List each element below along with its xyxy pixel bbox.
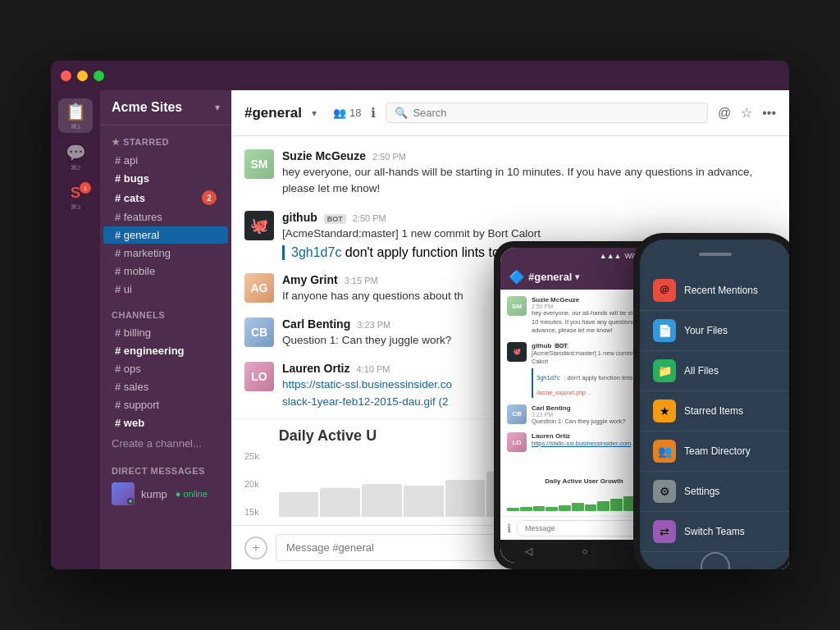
chart-labels: 25k 20k 15k — [244, 451, 266, 517]
android-bar-3 — [546, 507, 558, 511]
channel-bugs[interactable]: # bugs — [103, 170, 228, 187]
channel-ui[interactable]: # ui — [103, 281, 228, 298]
android-commit-link[interactable]: 3gh1d7c — [536, 374, 560, 381]
android-lauren-avatar: LO — [507, 432, 527, 452]
star-icon[interactable]: ☆ — [741, 105, 752, 121]
chart-bar-4 — [445, 480, 486, 517]
android-bar-6 — [585, 504, 597, 511]
app-icon-1-emoji: 📋 — [66, 102, 86, 121]
channel-api[interactable]: # api — [103, 152, 228, 169]
app-icon-2[interactable]: 💬 ⌘2 — [58, 139, 93, 174]
commit-text: don't apply function lints to — [345, 245, 500, 259]
android-github-avatar: 🐙 — [507, 342, 527, 362]
channel-marketing[interactable]: # marketing — [103, 244, 228, 262]
workspace-header[interactable]: Acme Sites ▾ — [100, 90, 231, 126]
chart-label-15k: 15k — [244, 507, 259, 517]
search-input[interactable] — [413, 107, 699, 119]
lauren-link1[interactable]: https://static-ssl.businessinsider.co — [282, 378, 452, 390]
at-icon[interactable]: @ — [718, 106, 731, 121]
more-icon[interactable]: ••• — [762, 106, 776, 121]
app-icons-column: 📋 ⌘1 💬 ⌘2 1 S ⌘3 — [51, 90, 100, 569]
android-channel-chevron: ▾ — [575, 272, 579, 281]
channel-engineering[interactable]: # engineering — [103, 342, 228, 359]
iphone-recent-mentions[interactable]: ＠ Recent Mentions — [640, 271, 789, 311]
chat-channel-title: #general — [244, 105, 302, 121]
carl-author: Carl Benting — [282, 317, 350, 331]
iphone-screen: ＠ Recent Mentions 📄 Your Files 📁 All Fil… — [640, 240, 789, 569]
chat-header: #general ▾ 👥 18 ℹ 🔍 @ ☆ ••• — [231, 90, 789, 136]
app-icon-1[interactable]: 📋 ⌘1 — [58, 98, 93, 133]
android-lauren-link[interactable]: https://static-ssl.businessinsider.com/i… — [532, 440, 638, 447]
starred-section-title: ★ STARRED — [100, 126, 231, 151]
channel-web[interactable]: # web — [103, 414, 228, 431]
android-info-icon: ℹ — [507, 522, 511, 535]
member-count: 👥 18 — [333, 107, 361, 119]
android-bar-4 — [559, 505, 571, 511]
channel-mobile[interactable]: # mobile — [103, 262, 228, 280]
app-icon-3[interactable]: 1 S ⌘3 — [58, 180, 93, 215]
android-commit-file: /acme_support.php — [536, 390, 586, 395]
iphone-settings[interactable]: ⚙ Settings — [640, 472, 789, 512]
close-button[interactable] — [61, 71, 71, 81]
kump-status: ● online — [176, 489, 208, 499]
channel-features[interactable]: # features — [103, 208, 228, 226]
carl-avatar: CB — [244, 317, 274, 347]
dm-kump[interactable]: kump ● online — [100, 479, 231, 509]
info-icon[interactable]: ℹ — [371, 105, 376, 121]
android-bar-1 — [520, 507, 532, 511]
suzie-content: Suzie McGeuze 2:50 PM hey everyone, our … — [282, 149, 776, 198]
suzie-text: hey everyone, our all-hands will be star… — [282, 164, 776, 198]
kump-name: kump — [141, 488, 167, 500]
android-suzie-avatar: SM — [507, 296, 527, 316]
chart-bar-0 — [279, 492, 319, 517]
app-icon-2-emoji: 💬 — [66, 143, 86, 162]
channel-ops[interactable]: # ops — [103, 360, 228, 377]
android-message-input[interactable] — [516, 520, 646, 536]
app-window: 📋 ⌘1 💬 ⌘2 1 S ⌘3 Acme Sites ▾ — [51, 61, 789, 569]
iphone-bottom — [640, 552, 789, 569]
channel-cats[interactable]: # cats 2 — [103, 188, 228, 208]
iphone-team-directory[interactable]: 👥 Team Directory — [640, 431, 789, 472]
maximize-button[interactable] — [94, 71, 104, 81]
search-icon: 🔍 — [395, 107, 408, 119]
chart-label-25k: 25k — [244, 451, 259, 461]
iphone-switch-teams[interactable]: ⇄ Switch Teams — [640, 512, 789, 552]
mentions-label: Recent Mentions — [684, 285, 758, 296]
channel-general[interactable]: # general — [103, 226, 228, 244]
suzie-avatar: SM — [244, 149, 274, 179]
search-box[interactable]: 🔍 — [386, 103, 708, 123]
android-bar-0 — [507, 508, 519, 511]
mentions-icon: ＠ — [653, 279, 676, 302]
minimize-button[interactable] — [77, 71, 88, 81]
iphone-notch — [699, 253, 732, 256]
settings-label: Settings — [684, 486, 719, 497]
amy-time: 3:15 PM — [345, 276, 378, 285]
bot-badge: BOT — [324, 214, 346, 224]
iphone-starred-items[interactable]: ★ Starred Items — [640, 391, 789, 431]
app-icon-3-shortcut: ⌘3 — [71, 203, 80, 211]
android-channel-title: 🔷 #general ▾ — [509, 269, 579, 285]
iphone-your-files[interactable]: 📄 Your Files — [640, 311, 789, 351]
switch-teams-icon: ⇄ — [653, 520, 676, 543]
android-home-button[interactable]: ○ — [582, 546, 587, 557]
chat-channel-chevron[interactable]: ▾ — [312, 107, 317, 119]
attach-button[interactable]: + — [244, 536, 267, 559]
kump-avatar — [112, 482, 135, 505]
lauren-link2[interactable]: slack-1year-feb12-2015-dau.gif (2 — [282, 395, 449, 408]
chart-label-20k: 20k — [244, 479, 259, 489]
your-files-icon: 📄 — [653, 319, 676, 342]
channel-billing[interactable]: # billing — [103, 324, 228, 341]
android-back-button[interactable]: ◁ — [525, 546, 532, 557]
create-channel-link[interactable]: Create a channel... — [100, 432, 231, 454]
channel-support[interactable]: # support — [103, 396, 228, 413]
channel-sales[interactable]: # sales — [103, 378, 228, 395]
iphone-home-button[interactable] — [701, 552, 730, 569]
github-author: github — [282, 211, 317, 224]
android-carl-avatar: CB — [507, 404, 527, 424]
iphone-all-files[interactable]: 📁 All Files — [640, 351, 789, 391]
suzie-author: Suzie McGeuze — [282, 149, 366, 162]
commit-hash[interactable]: 3gh1d7c — [291, 245, 341, 259]
android-commit-text: : don't apply function lints to — [564, 374, 639, 381]
lauren-avatar: LO — [244, 362, 274, 391]
message-suzie: SM Suzie McGeuze 2:50 PM hey everyone, o… — [244, 149, 776, 198]
